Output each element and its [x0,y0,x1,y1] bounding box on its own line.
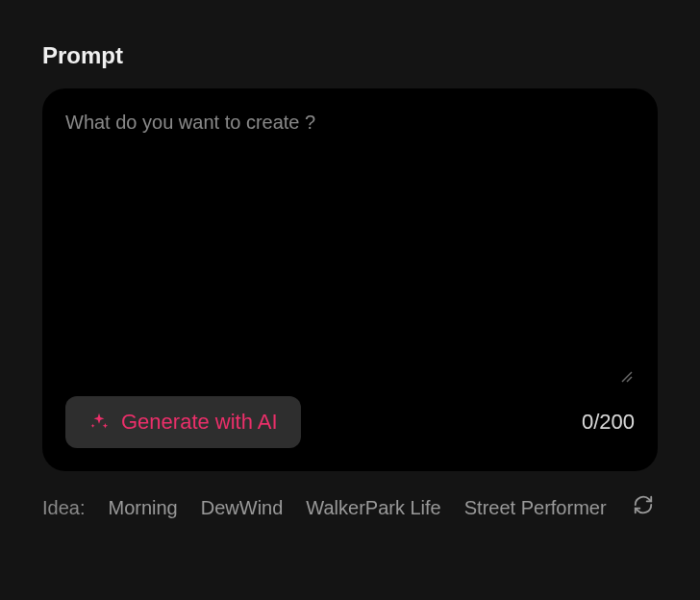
idea-chip[interactable]: WalkerPark Life [306,490,440,525]
prompt-bottom-row: Generate with AI 0/200 [65,396,635,448]
ideas-row: Idea: Morning DewWind WalkerPark Life St… [42,490,658,525]
refresh-ideas-button[interactable] [629,490,658,522]
sparkles-icon [88,412,110,433]
idea-chip[interactable]: DewWind [201,490,284,525]
prompt-section: Prompt Generate with AI [0,0,700,525]
ideas-list: Idea: Morning DewWind WalkerPark Life St… [42,490,617,525]
idea-label: Idea: [42,490,85,525]
idea-chip[interactable]: Morning [108,490,177,525]
section-title: Prompt [42,42,658,69]
generate-button-label: Generate with AI [121,410,278,435]
prompt-card: Generate with AI 0/200 [42,88,658,471]
prompt-input[interactable] [65,112,635,387]
textarea-wrap [65,112,635,387]
idea-chip[interactable]: Street Performer [464,490,607,525]
refresh-icon [633,494,654,518]
generate-with-ai-button[interactable]: Generate with AI [65,396,301,448]
char-counter: 0/200 [582,410,635,435]
